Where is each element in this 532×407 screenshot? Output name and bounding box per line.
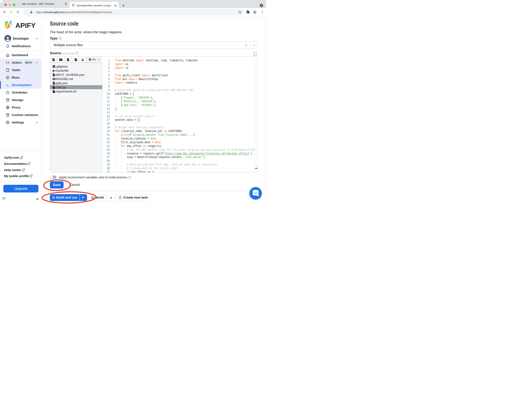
svg-text:git: git: [53, 66, 54, 67]
svg-text:</>: </>: [53, 83, 55, 84]
svg-text:</>: </>: [53, 75, 55, 76]
